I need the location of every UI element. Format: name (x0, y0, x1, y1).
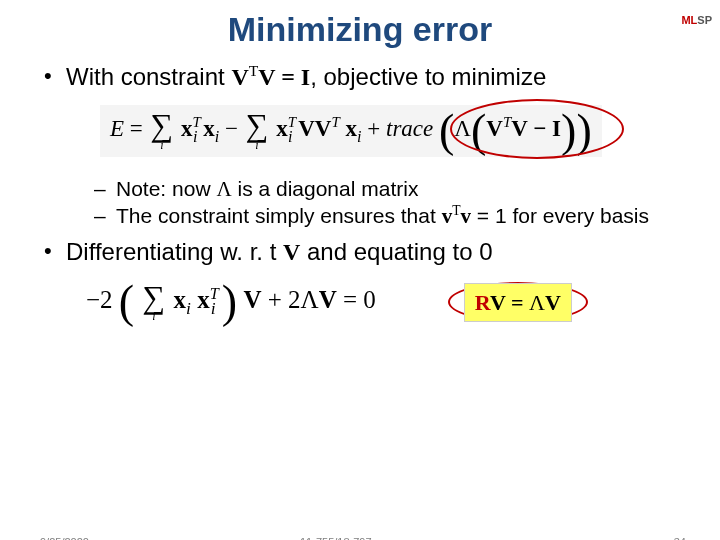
footer-date: 9/25/2020 (40, 536, 89, 540)
logo-ml: ML (681, 14, 697, 26)
bullet-constraint: With constraint VTV = I, objective to mi… (40, 63, 680, 228)
note-constraint: The constraint simply ensures that vTv =… (94, 204, 680, 229)
logo-sp: SP (697, 14, 712, 26)
slide-title: Minimizing error (0, 10, 720, 49)
footer-course: 11-755/18-797 (300, 536, 372, 540)
footer-page: 34 (674, 536, 686, 540)
equation-objective: E = ∑i xTi xi − ∑i xTi VVT xi + trace (Λ… (100, 105, 602, 156)
bullet-differentiating: Differentiating w. r. t V and equating t… (40, 238, 680, 266)
equation-derivative: −2 ( ∑i xi xTi ) V + 2ΛV = 0 (74, 275, 388, 330)
content-area: With constraint VTV = I, objective to mi… (0, 63, 720, 330)
note-diagonal: Note: now Λ is a diagonal matrix (94, 177, 680, 202)
result-box: RV = ΛV (464, 283, 572, 322)
highlight-oval-2: RV = ΛV (448, 282, 588, 322)
logo: MLSP (681, 14, 712, 30)
